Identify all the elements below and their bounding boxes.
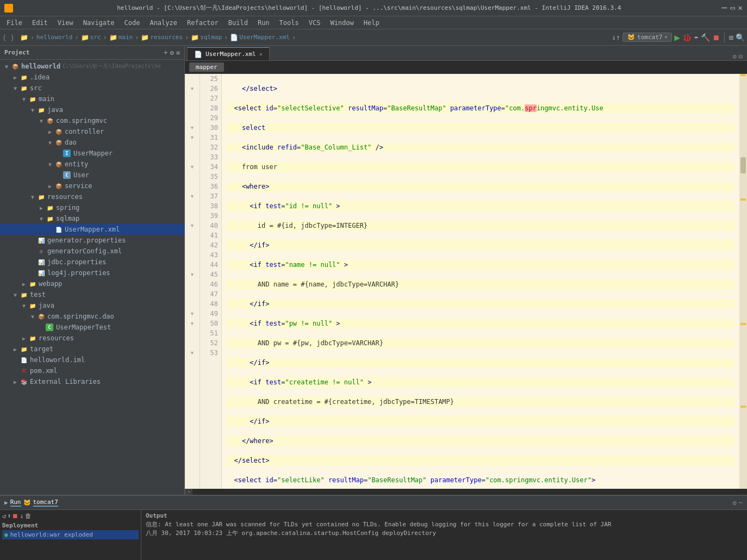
breadcrumb-usermapper[interactable]: UserMapper.xml [239,34,290,41]
restart-server-icon[interactable]: ↺ [2,512,6,520]
tree-item-main[interactable]: ▼ 📁 main [0,94,184,104]
fold-btn-50[interactable]: ▼ [185,319,200,328]
subtab-mapper[interactable]: mapper [189,63,224,72]
run-tab-icon[interactable]: ▶ [4,499,8,506]
code-editor[interactable]: ▼ ▼ ▼ ▼ [185,74,747,489]
menu-vcs[interactable]: VCS [304,18,325,28]
editor-right-collapse[interactable]: › [185,489,192,495]
fold-btn-30[interactable]: ▼ [185,123,200,133]
toolbar-nav-forward[interactable]: ⟩ [10,33,14,42]
menu-navigate[interactable]: Navigate [79,18,119,28]
scrollbar-thumb[interactable] [740,157,746,173]
bottom-tab-run[interactable]: Run [10,499,21,507]
bottom-minimize-icon[interactable]: ─ [739,499,743,507]
tab-split-icon[interactable]: ⊟ [739,53,743,60]
run-config-selector[interactable]: 🐱 tomcat7 ▼ [622,33,672,42]
clear-log-icon[interactable]: 🗑 [25,512,32,520]
stop-server-icon[interactable]: ⏹ [12,512,18,520]
tree-item-usermappertest[interactable]: ▶ C UserMapperTest [0,322,184,333]
tree-item-test-java[interactable]: ▼ 📁 java [0,300,184,311]
project-settings-icon[interactable]: ⚙ [170,49,174,57]
tree-item-usermapper-xml[interactable]: ▶ 📄 UserMapper.xml [0,224,184,235]
bottom-settings-icon[interactable]: ⚙ [733,499,737,507]
fold-btn-49[interactable]: ▼ [185,309,200,319]
breadcrumb-sqlmap[interactable]: sqlmap [200,34,222,41]
tree-item-helloworld[interactable]: ▼ 📦 helloworld C:\Users\邹一凡\IdeaProjects… [0,61,184,72]
tree-item-src[interactable]: ▼ 📁 src [0,83,184,94]
breadcrumb-resources[interactable]: resources [150,34,183,41]
deployment-item-helloworld[interactable]: ● helloworld:war exploded [2,530,139,539]
menu-refactor[interactable]: Refactor [183,18,223,28]
project-add-icon[interactable]: + [164,49,167,57]
tree-item-test-resources[interactable]: ▶ 📁 resources [0,333,184,344]
toolbar-nav-back[interactable]: ⟨ [2,33,7,42]
tab-settings-icon[interactable]: ⚙ [733,53,737,60]
collapse-icon[interactable]: › [187,489,190,495]
menu-build[interactable]: Build [224,18,252,28]
bottom-output-panel[interactable]: Output 信息: At least one JAR was scanned … [141,510,747,560]
bottom-tab-tomcat[interactable]: tomcat7 [33,499,58,507]
search-everywhere-button[interactable]: 🔍 [736,33,745,42]
fold-btn-31[interactable]: ▼ [185,133,200,142]
tree-item-test[interactable]: ▼ 📁 test [0,289,184,300]
tree-item-generatorconfig-xml[interactable]: ▶ ⚙ generatorConfig.xml [0,246,184,257]
build-button[interactable]: 🔨 [701,33,710,42]
update-server-icon[interactable]: ⬆ [7,512,11,520]
tab-close-usermapper[interactable]: ✕ [259,51,263,57]
tree-item-spring[interactable]: ▶ 📁 spring [0,202,184,213]
fold-btn-53[interactable]: ▼ [185,348,200,358]
menu-edit[interactable]: Edit [28,18,52,28]
editor-tab-usermapper-xml[interactable]: 📄 UserMapper.xml ✕ [187,47,270,60]
scroll-log-icon[interactable]: ↓ [20,512,23,520]
tree-item-webapp[interactable]: ▶ 📁 webapp [0,278,184,289]
tree-item-com-springmvc[interactable]: ▼ 📦 com.springmvc [0,115,184,126]
tree-item-pom-xml[interactable]: ▶ M pom.xml [0,365,184,376]
fold-btn-34[interactable]: ▼ [185,162,200,172]
tree-item-usermapper[interactable]: ▶ I UserMapper [0,148,184,159]
tree-item-entity[interactable]: ▼ 📦 entity [0,159,184,170]
menu-code[interactable]: Code [120,18,145,28]
tree-item-target[interactable]: ▶ 📁 target [0,344,184,354]
fold-btn-40[interactable]: ▼ [185,221,200,231]
menu-tools[interactable]: Tools [275,18,303,28]
minimize-button[interactable]: ─ [721,4,727,13]
tree-item-dao[interactable]: ▼ 📦 dao [0,137,184,148]
tree-item-resources[interactable]: ▼ 📁 resources [0,191,184,202]
maximize-button[interactable]: ▭ [730,4,734,13]
tree-item-idea[interactable]: ▶ 📁 .idea [0,72,184,83]
stop-button[interactable]: ⏹ [712,33,720,42]
tree-item-com-springmvc-dao[interactable]: ▼ 📦 com.springmvc.dao [0,311,184,322]
breadcrumb-src[interactable]: src [90,34,101,41]
run-button[interactable]: ▶ [674,32,680,43]
code-lines[interactable]: </select> <select id="selectSelective" r… [222,74,739,489]
tree-item-log4j-props[interactable]: ▶ 📊 log4j.properties [0,267,184,278]
project-collapse-icon[interactable]: ≡ [176,49,180,57]
tree-item-controller[interactable]: ▶ 📦 controller [0,126,184,137]
layout-button[interactable]: ⊞ [729,33,733,42]
fold-btn-37[interactable]: ▼ [185,191,200,201]
tree-item-jdbc-props[interactable]: ▶ 📊 jdbc.properties [0,257,184,267]
vcs-update-icon[interactable]: ↓↑ [612,33,620,41]
menu-analyze[interactable]: Analyze [145,18,182,28]
tree-item-sqlmap[interactable]: ▼ 📁 sqlmap [0,213,184,224]
close-button[interactable]: ✕ [738,4,743,13]
tree-item-java[interactable]: ▼ 📁 java [0,104,184,115]
tree-item-service[interactable]: ▶ 📦 service [0,181,184,191]
breadcrumb-main[interactable]: main [119,34,133,41]
tree-item-generator-props[interactable]: ▶ 📊 generator.properties [0,235,184,246]
tree-item-user[interactable]: ▶ C User [0,170,184,181]
scrollbar-track[interactable] [739,74,747,489]
tree-item-ext-libs[interactable]: ▶ 📚 External Libraries [0,376,184,387]
coverage-button[interactable]: ☂ [694,33,698,42]
debug-button[interactable]: 🐞 [682,33,692,42]
fold-btn-26[interactable]: ▼ [185,84,200,94]
menu-file[interactable]: File [2,18,27,28]
menu-window[interactable]: Window [326,18,358,28]
main-toolbar: ⟨ ⟩ 📁 › helloworld › 📁 src › 📁 main › 📁 … [0,29,747,46]
menu-view[interactable]: View [53,18,78,28]
menu-run[interactable]: Run [253,18,274,28]
tree-item-helloworld-iml[interactable]: ▶ 📄 helloworld.iml [0,354,184,365]
fold-btn-45[interactable]: ▼ [185,270,200,279]
breadcrumb-helloworld[interactable]: helloworld [36,34,72,41]
menu-help[interactable]: Help [359,18,384,28]
